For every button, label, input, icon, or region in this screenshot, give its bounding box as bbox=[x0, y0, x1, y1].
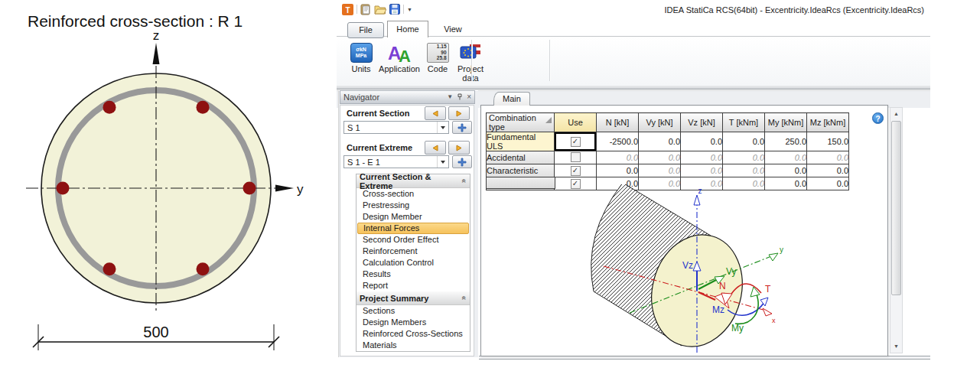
column-header-vy[interactable]: Vy [kN] bbox=[639, 113, 681, 132]
column-header-t[interactable]: T [kNm] bbox=[723, 113, 765, 132]
value-cell[interactable]: 0.0 bbox=[681, 132, 723, 151]
idea-logo-icon[interactable]: T bbox=[342, 4, 353, 15]
current-section-label: Current Section bbox=[347, 109, 410, 118]
project-data-button[interactable]: Project data bbox=[453, 40, 488, 83]
dropdown-caret-icon[interactable] bbox=[437, 122, 448, 133]
rebar bbox=[197, 101, 210, 114]
checkbox-checked[interactable]: ✓ bbox=[571, 166, 581, 176]
column-header-combination-type[interactable]: Combination type bbox=[487, 113, 555, 132]
value-cell[interactable]: 0.0 bbox=[639, 164, 681, 177]
nav-item-reinforcement[interactable]: Reinforcement bbox=[357, 246, 470, 257]
nav-item-sections[interactable]: Sections bbox=[357, 305, 470, 317]
open-folder-icon[interactable] bbox=[374, 4, 386, 15]
nav-item-materials[interactable]: Materials bbox=[357, 340, 470, 351]
current-extreme-select[interactable]: S 1 - E 1 bbox=[343, 155, 449, 168]
nav-item-results[interactable]: Results bbox=[357, 268, 470, 280]
paste-icon[interactable] bbox=[360, 4, 371, 15]
tab-view[interactable]: View bbox=[435, 22, 471, 37]
pin-icon[interactable] bbox=[457, 93, 463, 102]
nav-item-reinforced-cross-sections[interactable]: Reinforced Cross-Sections bbox=[357, 328, 470, 340]
checkbox-checked[interactable]: ✓ bbox=[571, 179, 581, 189]
dropdown-caret-icon[interactable] bbox=[437, 156, 448, 168]
navigator-body: Current Section S 1 Current Extreme bbox=[340, 105, 474, 356]
units-button[interactable]: σkN MPa Units bbox=[346, 40, 376, 73]
tab-home[interactable]: Home bbox=[387, 21, 428, 37]
qat-dropdown-icon[interactable]: ▼ bbox=[407, 7, 412, 12]
checkbox-checked[interactable]: ✓ bbox=[571, 137, 581, 147]
value-cell[interactable]: 0.0 bbox=[723, 151, 765, 164]
value-cell[interactable]: -2500.0 bbox=[597, 132, 639, 151]
save-icon[interactable] bbox=[389, 4, 400, 15]
right-arrow-icon bbox=[455, 145, 463, 151]
value-cell[interactable]: 0.0 bbox=[597, 151, 639, 164]
nav-item-prestressing[interactable]: Prestressing bbox=[357, 200, 470, 211]
nav-item-calculation-control[interactable]: Calculation Control bbox=[357, 257, 470, 268]
tab-file[interactable]: File bbox=[347, 22, 384, 38]
column-header-n[interactable]: N [kN] bbox=[597, 113, 639, 132]
rebar bbox=[197, 262, 210, 275]
combination-type-cell[interactable]: Characteristic bbox=[487, 164, 555, 177]
previous-extreme-button[interactable] bbox=[425, 141, 446, 155]
sort-icon bbox=[545, 117, 552, 123]
z-axis-arrow bbox=[694, 195, 700, 205]
value-cell[interactable]: 0.0 bbox=[765, 164, 807, 177]
t-label: T bbox=[765, 284, 771, 295]
vz-label: Vz bbox=[682, 260, 693, 271]
value-cell[interactable]: 0.0 bbox=[681, 151, 723, 164]
nav-group-title: Current Section & Extreme bbox=[360, 172, 462, 190]
value-cell[interactable]: 0.0 bbox=[807, 177, 849, 190]
tab-main[interactable]: Main bbox=[493, 92, 530, 106]
figure-title: Reinforced cross-section : R 1 bbox=[28, 12, 243, 31]
add-extreme-button[interactable] bbox=[452, 155, 472, 168]
add-section-button[interactable] bbox=[452, 121, 472, 134]
value-cell[interactable]: 0.0 bbox=[723, 132, 765, 151]
nav-item-report[interactable]: Report bbox=[357, 280, 470, 291]
nav-item-design-member[interactable]: Design Member bbox=[357, 211, 470, 223]
vertical-scrollbar[interactable]: ▲ ▼ bbox=[890, 107, 903, 353]
project-data-icon bbox=[459, 43, 482, 63]
nav-group-header[interactable]: Project Summary« bbox=[357, 291, 470, 305]
next-section-button[interactable] bbox=[448, 106, 470, 120]
value-cell[interactable]: 150.0 bbox=[807, 132, 849, 151]
panel-menu-icon[interactable]: ▼ bbox=[447, 94, 453, 100]
nav-item-internal-forces[interactable]: Internal Forces bbox=[357, 223, 469, 234]
toolbar-separator bbox=[403, 5, 404, 14]
help-icon[interactable]: ? bbox=[872, 112, 884, 124]
column-header-vz[interactable]: Vz [kN] bbox=[681, 113, 723, 132]
next-extreme-button[interactable] bbox=[448, 141, 470, 155]
combination-type-cell[interactable]: Fundamental ULS bbox=[487, 132, 555, 151]
current-section-select[interactable]: S 1 bbox=[343, 121, 449, 134]
value-cell[interactable]: 0.0 bbox=[639, 151, 681, 164]
scrollbar-thumb[interactable] bbox=[891, 121, 901, 295]
nav-item-design-members[interactable]: Design Members bbox=[357, 317, 470, 328]
scroll-down-icon[interactable]: ▼ bbox=[890, 340, 902, 353]
value-cell[interactable]: 0.0 bbox=[723, 164, 765, 177]
value-cell[interactable]: 0.0 bbox=[807, 151, 849, 164]
collapse-chevron-icon[interactable]: « bbox=[461, 296, 469, 301]
column-header-mz[interactable]: Mz [kNm] bbox=[807, 113, 849, 132]
value-cell[interactable]: 0.0 bbox=[597, 164, 639, 177]
nav-group-header[interactable]: Current Section & Extreme« bbox=[357, 174, 470, 188]
x-axis-arrow bbox=[763, 308, 772, 316]
code-icon: 1.15 90 25.8 bbox=[427, 43, 449, 63]
collapse-chevron-icon[interactable]: « bbox=[461, 179, 469, 184]
previous-section-button[interactable] bbox=[425, 106, 446, 120]
column-header-use[interactable]: Use bbox=[555, 113, 597, 132]
current-extreme-value: S 1 - E 1 bbox=[344, 158, 437, 167]
combination-type-cell[interactable]: Accidental bbox=[487, 151, 555, 164]
close-icon[interactable]: × bbox=[467, 94, 471, 100]
value-cell[interactable]: 0.0 bbox=[807, 164, 849, 177]
code-button[interactable]: 1.15 90 25.8 Code bbox=[422, 40, 453, 73]
use-cell: ✓ bbox=[555, 132, 597, 151]
scroll-up-icon[interactable]: ▲ bbox=[890, 108, 902, 120]
nav-item-second-order-effect[interactable]: Second Order Effect bbox=[357, 234, 470, 246]
column-header-my[interactable]: My [kNm] bbox=[765, 113, 807, 132]
value-cell[interactable]: 0.0 bbox=[765, 151, 807, 164]
value-cell[interactable]: 0.0 bbox=[639, 132, 681, 151]
value-cell[interactable]: 0.0 bbox=[681, 164, 723, 177]
left-arrow-icon bbox=[431, 110, 439, 117]
value-cell[interactable]: 250.0 bbox=[765, 132, 807, 151]
dimension-value: 500 bbox=[143, 324, 168, 340]
application-button[interactable]: A A Application bbox=[378, 40, 421, 73]
checkbox-unchecked[interactable] bbox=[571, 152, 581, 162]
